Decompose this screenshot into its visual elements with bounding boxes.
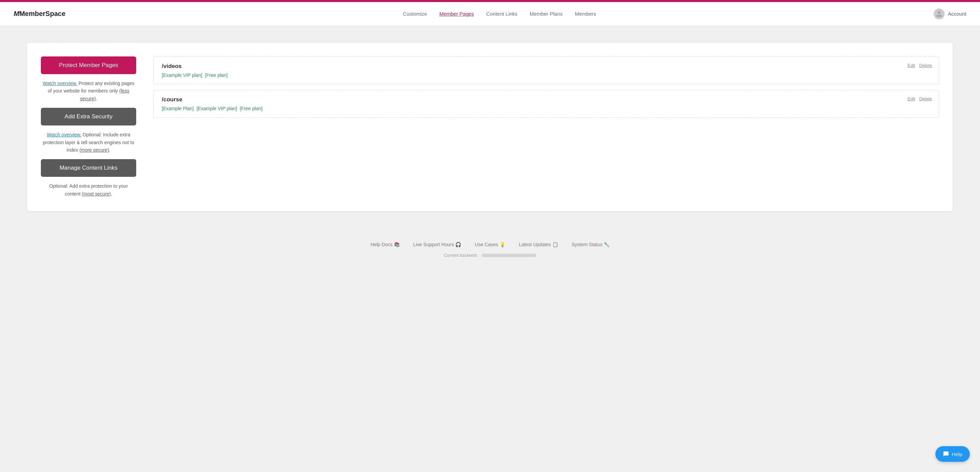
add-extra-security-button[interactable]: Add Extra Security [41,108,136,125]
pages-content: /videos[Example VIP plan][Free plan]Edit… [153,57,939,198]
logo: MMemberSpace [14,10,65,18]
nav-customize[interactable]: Customize [403,11,427,17]
manage-description: Optional: Add extra protection to your c… [41,182,136,198]
help-button[interactable]: Help [935,446,970,462]
protect-member-pages-button[interactable]: Protect Member Pages [41,57,136,74]
page-item: /videos[Example VIP plan][Free plan]Edit… [153,57,939,84]
protect-description: Watch overview. Protect any existing pag… [41,79,136,102]
avatar [934,8,945,19]
backend-info: Current backend: [7,253,973,258]
edit-link[interactable]: Edit [907,63,915,68]
main-card: Protect Member Pages Watch overview. Pro… [27,43,953,211]
nav-member-plans[interactable]: Member Plans [530,11,563,17]
header: MMemberSpace Customize Member Pages Cont… [0,2,980,26]
backend-bar [482,254,536,257]
footer-link-system-status[interactable]: System Status 🔧 [572,242,609,247]
page-actions: EditDelete [907,96,932,101]
nav-members[interactable]: Members [575,11,596,17]
plan-tag: [Example VIP plan] [196,106,237,111]
backend-label: Current backend: [444,253,478,258]
footer-link-help-docs[interactable]: Help Docs 📚 [371,242,399,247]
footer-link-latest-updates[interactable]: Latest Updates 📋 [519,242,558,247]
delete-link[interactable]: Delete [919,63,932,68]
page-actions: EditDelete [907,63,932,68]
plan-tag: [Example Plan] [162,106,194,111]
page-item: /course[Example Plan][Example VIP plan][… [153,90,939,118]
page-path: /course [162,96,931,103]
chat-icon [943,451,949,457]
plan-tag: [Free plan] [205,73,228,78]
main-nav: Customize Member Pages Content Links Mem… [403,11,596,17]
plan-tag: [Example VIP plan] [162,73,202,78]
page-plans: [Example VIP plan][Free plan] [162,73,931,78]
manage-content-links-button[interactable]: Manage Content Links [41,159,136,177]
extra-watch-link[interactable]: Watch overview. [47,132,81,138]
footer-link-use-cases[interactable]: Use Cases 💡 [475,242,505,247]
help-label: Help [952,451,962,457]
account-label: Account [948,11,966,17]
account-button[interactable]: Account [934,8,966,19]
plan-tag: [Free plan] [240,106,262,111]
page-path: /videos [162,63,931,70]
delete-link[interactable]: Delete [919,96,932,101]
page-plans: [Example Plan][Example VIP plan][Free pl… [162,106,931,111]
edit-link[interactable]: Edit [907,96,915,101]
user-icon [935,10,943,18]
footer: Help Docs 📚Live Support Hours 🎧Use Cases… [0,228,980,265]
sidebar: Protect Member Pages Watch overview. Pro… [41,57,136,198]
nav-content-links[interactable]: Content Links [486,11,518,17]
nav-member-pages[interactable]: Member Pages [439,11,474,17]
footer-link-live-support[interactable]: Live Support Hours 🎧 [414,242,461,247]
protect-watch-link[interactable]: Watch overview. [43,81,77,86]
extra-security-description: Watch overview. Optional: Include extra … [41,131,136,154]
main-content: Protect Member Pages Watch overview. Pro… [0,26,980,228]
footer-links: Help Docs 📚Live Support Hours 🎧Use Cases… [7,242,973,247]
